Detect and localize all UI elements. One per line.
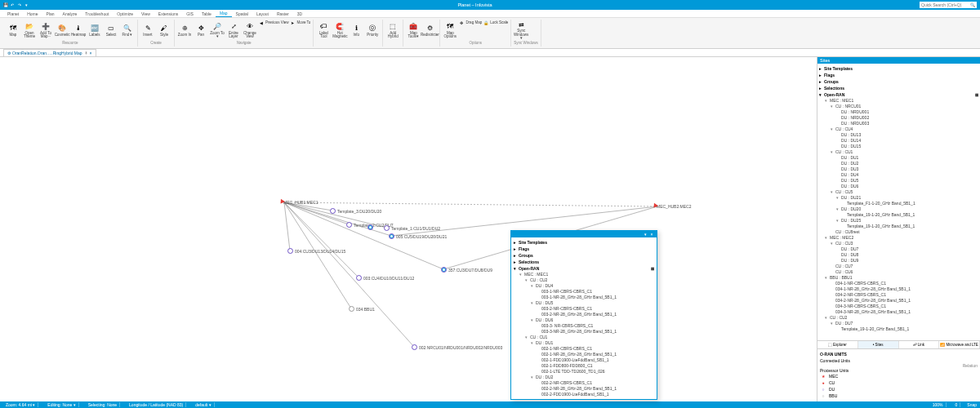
tree-item[interactable]: 002-1-FDD800-FDD800_C1 (537, 363, 654, 369)
tree-item[interactable]: DU : DU20Template_19-1-20_GHz Band_5B1_1 (836, 206, 978, 218)
tree-item[interactable]: Template_19-1-20_GHz Band_5B1_1 (842, 212, 978, 218)
tree-item[interactable]: 002-1-FDD1900-LteFddBand_SB1_1 (537, 357, 654, 363)
ribbon-button[interactable]: ⊕Zoom In (177, 20, 192, 41)
node-du[interactable]: 005:CU5/DU19/DU20/DU21 (389, 233, 447, 239)
tree-item[interactable]: DU : NRDU001 (836, 109, 978, 115)
tree-item[interactable]: CU : CU3DU : DU7DU : DU8DU : DU9 (831, 241, 978, 264)
panel-section[interactable]: ▸Selections (819, 85, 978, 91)
dropdown-icon[interactable]: ▾ (642, 232, 648, 237)
floating-site-tree[interactable]: MEC : MEC1CU : CU2DU : DU4003-1-NR-CBRS-… (514, 272, 654, 397)
ribbon-button[interactable]: ➕Add To Map··· (38, 20, 53, 41)
tree-item[interactable]: 034-2-NR-CBRS-CBRS_C1 (831, 292, 978, 298)
node-du[interactable]: 002:NRCU01/NRDU001/NRDU002/NRDU003 (412, 344, 502, 350)
node-du[interactable]: 003:CU4/DU10/DU11/DU12 (356, 275, 414, 281)
ribbon-button[interactable]: 🖌Style (157, 20, 172, 41)
redo-icon[interactable]: ↷ (18, 2, 23, 7)
floating-sites-panel[interactable]: ▾ × ▸Site Templates▸Flags▸Groups▸Selecti… (510, 230, 657, 400)
ribbon-button[interactable]: ⓪Priority (365, 20, 380, 41)
ribbon-tab-home[interactable]: Home (23, 10, 42, 17)
ribbon-button[interactable]: 🧲Hot Magnetic (332, 20, 347, 41)
site-tree[interactable]: MEC : MEC1CU : NRCU01DU : NRDU001DU : NR… (819, 98, 978, 332)
panel-section[interactable]: ▸Flags (819, 72, 978, 78)
ribbon-button[interactable]: ✎Insert (140, 20, 155, 41)
tree-item[interactable]: BBU : BBU1034-1-NR-CBRS-CBRS_C1034-1-NR-… (825, 275, 978, 315)
tree-item[interactable]: DU : DU5003-2-NR-CBRS-CBRS_C1003-2-NR-28… (531, 300, 654, 317)
status-profile[interactable]: default ▾ (193, 402, 214, 407)
tree-item[interactable]: CU : CU5DU : DU21Template_F1-1-20_GHz Ba… (831, 189, 978, 229)
ribbon-tab-layout[interactable]: Layout (252, 10, 273, 17)
panel-section[interactable]: ▾Open-RAN⊠ (819, 91, 978, 98)
ribbon-tab-3d[interactable]: 3D (293, 10, 306, 17)
status-editing[interactable]: Editing: None ▾ (45, 402, 78, 407)
tree-item[interactable]: MEC : MEC2CU : CU3DU : DU7DU : DU8DU : D… (825, 235, 978, 275)
tree-item[interactable]: DU : DU13 (836, 132, 978, 138)
panel-section[interactable]: ▸Groups (514, 252, 654, 259)
tree-item[interactable]: CU : CU1DU : DU1DU : DU2DU : DU3DU : DU4… (831, 149, 978, 189)
panel-section[interactable]: ▸Selections (514, 259, 654, 265)
ribbon-button[interactable]: ⚙Redistricter (422, 20, 437, 41)
tree-item[interactable]: MEC : MEC1CU : NRCU01DU : NRDU001DU : NR… (825, 98, 978, 235)
ribbon-tab-extensions[interactable]: Extensions (154, 10, 182, 17)
tree-item[interactable]: MEC : MEC1CU : CU2DU : DU4003-1-NR-CBRS-… (519, 272, 654, 397)
node-du[interactable]: Template_1:CU1/DU1/DU2 (384, 225, 440, 231)
ribbon-button[interactable]: 🔎Zoom To ▾ (210, 20, 225, 41)
ribbon-button[interactable]: 🧰Map Tools▾ (406, 20, 421, 41)
tree-item[interactable]: CU : CU1DU : DU1002-1-NR-CBRS-CBRS_C1002… (525, 335, 654, 397)
tree-item[interactable]: CU : CU2DU : DU7Template_19-1-20_GHz Ban… (825, 315, 978, 332)
tree-item[interactable]: DU : DU1 (836, 155, 978, 161)
tree-item[interactable]: DU : DU4003-1-NR-CBRS-CBRS_C1003-1-NR-28… (531, 283, 654, 300)
side-tab-sites[interactable]: •Sites (858, 341, 899, 348)
tree-item[interactable]: CU : CU8rest (831, 229, 978, 235)
panel-section[interactable]: ▾Open-RAN⊠ (514, 265, 654, 272)
ribbon-button[interactable]: ➤Move To (290, 20, 310, 26)
tree-item[interactable]: CU : NRCU01DU : NRDU001DU : NRDU002DU : … (831, 104, 978, 126)
tree-item[interactable]: DU : NRDU002 (836, 115, 978, 121)
panel-section[interactable]: ▸Groups (819, 78, 978, 85)
close-icon[interactable]: × (90, 51, 92, 55)
tree-item[interactable]: 003-1-NR-28_GHz-28_GHz Band_5B1_1 (537, 295, 654, 300)
ribbon-tab-raster[interactable]: Raster (273, 10, 293, 17)
tree-item[interactable]: DU : DU1002-1-NR-CBRS-CBRS_C1002-1-NR-28… (531, 340, 654, 375)
filter-icon[interactable]: ⊠ (975, 92, 978, 97)
ribbon-button[interactable]: ⬚Add Hybrid (385, 20, 400, 41)
tree-item[interactable]: Template_19-1-20_GHz Band_5B1_1 (836, 326, 978, 332)
save-icon[interactable]: 💾 (3, 2, 8, 7)
tree-item[interactable]: 002-1-LTE TDD-TD2600_TD1_026 (537, 369, 654, 375)
tree-item[interactable]: DU : DU5 (836, 178, 978, 184)
ribbon-tab-plan[interactable]: Plan (42, 10, 59, 17)
ribbon-button[interactable]: 🌡Heatmap (71, 20, 86, 41)
ribbon-button[interactable]: 🗺Map Options (443, 20, 457, 41)
pin-icon[interactable]: 🖈 (84, 51, 88, 55)
status-snap[interactable]: Snap (967, 402, 977, 407)
tree-item[interactable]: DU : DU3 (836, 166, 978, 172)
tree-item[interactable]: DU : DU8 (836, 252, 978, 258)
tree-item[interactable]: 034-2-NR-28_GHz-28_GHz Band_5B1_1 (831, 298, 978, 304)
ribbon-button[interactable]: 🔒Lock Scale (483, 20, 508, 26)
node-du[interactable]: Template_3:DU20/DU20 (330, 208, 381, 214)
ribbon-tab-spatial[interactable]: Spatial (232, 10, 252, 17)
ribbon-tab-analyze[interactable]: Analyze (59, 10, 82, 17)
tree-item[interactable]: 002-2-NR-28_GHz-28_GHz Band_5B1_1 (537, 386, 654, 392)
ribbon-button[interactable]: 🔤Labels (87, 20, 102, 41)
panel-section[interactable]: ▸Site Templates (819, 65, 978, 72)
ribbon-button[interactable]: ▭Select (104, 20, 118, 41)
ribbon-button[interactable]: ℹInfo (349, 20, 363, 41)
tree-item[interactable]: Template_F1-1-20_GHz Band_5B1_1 (842, 201, 978, 206)
tree-item[interactable]: 003-3- NR-CBRS-CBRS_C1 (537, 323, 654, 329)
document-tab[interactable]: ⚙ OranRelation.Oran…..RingHybrid Map 🖈 × (3, 49, 96, 56)
node-du[interactable]: 004:CU3/DU13/DU14/DU15 (287, 248, 345, 254)
ribbon-tab-table[interactable]: Table (198, 10, 216, 17)
ribbon-tab-optimize[interactable]: Optimize (113, 10, 137, 17)
tree-item[interactable]: DU : DU2002-2-NR-CBRS-CBRS_C1002-2-NR-28… (531, 375, 654, 397)
tree-item[interactable]: DU : DU2 (836, 161, 978, 166)
tree-item[interactable]: DU : DU4 (836, 172, 978, 178)
node-bbu[interactable]: 034:BBU1 (349, 306, 375, 312)
side-tab-microwave-and-lte[interactable]: 📶Microwave and LTE (939, 341, 980, 348)
tree-item[interactable]: 003-1-NR-CBRS-CBRS_C1 (537, 289, 654, 295)
filter-icon[interactable]: ⊠ (651, 266, 654, 271)
ribbon-tab-troubleshoot[interactable]: Troubleshoot (81, 10, 113, 17)
map-canvas[interactable]: MEC_HUB1:MEC1MEC_HUB2:MEC2Template_3:DU2… (0, 57, 817, 401)
tree-item[interactable]: DU : DU7Template_19-1-20_GHz Band_5B1_1 (831, 321, 978, 332)
ribbon-button[interactable]: ◀Previous View (259, 20, 288, 26)
tree-item[interactable]: DU : DU9 (836, 258, 978, 264)
